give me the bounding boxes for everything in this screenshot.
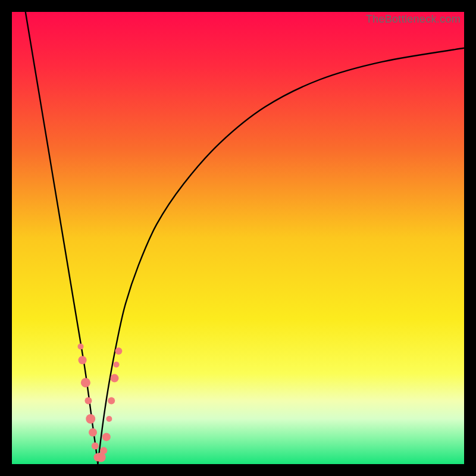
highlight-dot bbox=[102, 433, 111, 441]
highlight-dot bbox=[79, 356, 87, 364]
highlight-dot bbox=[111, 374, 119, 383]
highlight-dot bbox=[114, 362, 120, 368]
highlight-dot bbox=[108, 397, 115, 405]
highlight-dot bbox=[84, 397, 92, 405]
chart-background bbox=[12, 12, 464, 464]
highlight-dot bbox=[81, 378, 90, 387]
highlight-dot bbox=[89, 428, 97, 437]
highlight-dot bbox=[92, 443, 99, 450]
highlight-dot bbox=[106, 416, 112, 422]
chart-frame: TheBottleneck.com bbox=[12, 12, 464, 464]
highlight-dot bbox=[115, 347, 122, 355]
bottleneck-chart bbox=[12, 12, 464, 464]
highlight-dot bbox=[100, 447, 107, 454]
watermark-text: TheBottleneck.com bbox=[366, 13, 461, 26]
highlight-dot bbox=[78, 343, 84, 349]
highlight-dot bbox=[86, 414, 95, 424]
